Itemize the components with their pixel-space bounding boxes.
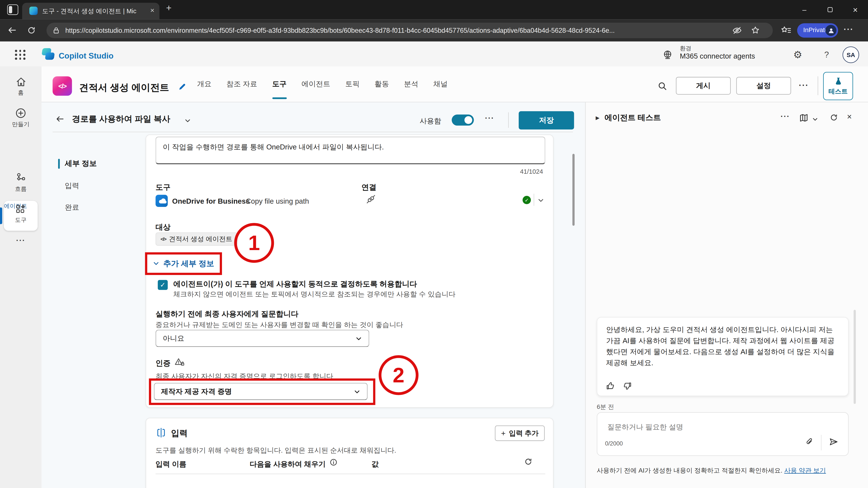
tab-tools[interactable]: 도구	[272, 66, 286, 102]
send-icon[interactable]	[829, 438, 838, 446]
favorite-star-icon[interactable]	[751, 26, 760, 34]
browser-tab[interactable]: 도구 - 견적서 생성 에이전트 | Mic ×	[22, 3, 159, 20]
address-bar[interactable]: https://copilotstudio.microsoft.com/envi…	[46, 23, 773, 38]
browser-settings-menu-icon[interactable]: ···	[844, 24, 854, 34]
help-icon[interactable]: ?	[824, 50, 829, 59]
tab-channels[interactable]: 채널	[433, 66, 447, 102]
sidebar-item-flows[interactable]: 흐름	[0, 173, 41, 193]
search-icon[interactable]	[658, 82, 667, 91]
close-panel-icon[interactable]: ×	[847, 112, 852, 121]
refresh-inputs-icon[interactable]	[524, 458, 532, 466]
attachment-icon[interactable]	[806, 438, 814, 446]
edit-agent-icon[interactable]	[178, 83, 186, 93]
browser-refresh-icon[interactable]	[27, 26, 36, 35]
active-nav-indicator	[58, 159, 60, 169]
tab-close-icon[interactable]: ×	[150, 6, 154, 14]
enabled-toggle[interactable]	[452, 115, 474, 126]
test-panel-title: 에이전트 테스트	[604, 113, 661, 123]
sidebar-item-home[interactable]: 홈	[0, 76, 41, 97]
sidebar-item-tools[interactable]: 도구	[0, 204, 41, 224]
plus-circle-icon	[15, 107, 27, 119]
tab-label: 채널	[433, 79, 447, 89]
tab-activity[interactable]: 활동	[375, 66, 389, 102]
bot-message-text: 안녕하세요, 가상 도우미 견적서 생성 에이전트입니다. 아시다시피 저는 가…	[606, 324, 841, 368]
test-button[interactable]: 테스트	[823, 72, 853, 100]
agent-chip-icon: </>	[161, 236, 166, 242]
agent-tabs: 개요 참조 자료 도구 에이전트 토픽 활동 분석 채널	[197, 66, 448, 102]
tool-editor-main: 경로를 사용하여 파일 복사 사용함 ··· 저장 세부 정보 입력 완료 이 …	[41, 102, 585, 488]
title-chevron-icon[interactable]	[184, 117, 191, 124]
back-icon[interactable]	[55, 115, 64, 123]
dynamic-use-checkbox[interactable]: ✓	[158, 280, 168, 290]
tool-more-icon[interactable]: ···	[485, 113, 494, 122]
dynamic-checkbox-label: 에이전트이(가) 이 도구를 언제 사용할지 동적으로 결정하도록 허용합니다	[173, 279, 417, 289]
tab-analytics[interactable]: 분석	[404, 66, 418, 102]
nav-item-details[interactable]: 세부 정보	[65, 159, 97, 169]
favorites-bar-icon[interactable]	[781, 26, 791, 35]
sidebar-item-label: 홈	[0, 89, 41, 97]
save-button[interactable]: 저장	[519, 111, 574, 129]
map-chevron-icon[interactable]	[812, 116, 818, 122]
tab-topics[interactable]: 토픽	[345, 66, 360, 102]
publish-button[interactable]: 게시	[676, 77, 731, 95]
more-actions-icon[interactable]: ···	[799, 80, 809, 90]
browser-back-icon[interactable]	[7, 25, 17, 35]
tab-knowledge[interactable]: 참조 자료	[226, 66, 257, 102]
description-textarea[interactable]: 이 작업을 수행하면 경로를 통해 OneDrive 내에서 파일이 복사됩니다…	[156, 137, 545, 164]
terms-link[interactable]: 사용 약관 보기	[784, 467, 826, 474]
chat-input[interactable]: 질문하거나 필요한 설명	[607, 422, 683, 432]
copilot-favicon-icon	[29, 7, 37, 15]
nav-item-completion[interactable]: 완료	[65, 202, 79, 213]
settings-button[interactable]: 설정	[736, 77, 791, 95]
sidebar-more-icon[interactable]: ···	[0, 236, 41, 245]
tab-overview[interactable]: 개요	[197, 66, 211, 102]
window-maximize-button[interactable]	[817, 0, 842, 19]
tab-workspaces-icon[interactable]	[7, 4, 18, 15]
auth-label: 인증	[156, 359, 170, 368]
thumbs-down-icon[interactable]	[623, 382, 631, 390]
restart-conversation-icon[interactable]	[830, 113, 838, 122]
environment-name[interactable]: M365 connector agents	[680, 52, 755, 60]
copilot-studio-logo-icon[interactable]	[42, 48, 54, 60]
panel-collapse-icon[interactable]: ▶	[596, 115, 599, 121]
confirmation-hint: 중요하거나 규제받는 도메인 또는 사용자를 변경할 때 확인을 하는 것이 좋…	[156, 320, 403, 330]
window-close-button[interactable]: ×	[843, 0, 868, 19]
target-agent-chip[interactable]: </> 견적서 생성 에이전트	[156, 232, 238, 246]
divider	[534, 194, 534, 206]
agent-icon: </>	[53, 76, 72, 96]
col-input-name: 입력 이름	[156, 459, 186, 469]
ai-disclaimer: 사용하기 전에 AI가 생성한 내용이 정확하고 적절한지 확인하세요. 사용 …	[597, 466, 856, 475]
dynamic-checkbox-hint: 체크하지 않으면 에이전트 또는 토픽에서 명시적으로 참조되는 경우에만 사용…	[173, 290, 455, 299]
nav-item-inputs[interactable]: 입력	[65, 181, 79, 191]
flows-icon	[15, 173, 27, 184]
flask-icon	[834, 76, 842, 86]
thumbs-up-icon[interactable]	[606, 382, 614, 390]
add-input-button[interactable]: + 입력 추가	[495, 426, 545, 441]
confirmation-dropdown[interactable]: 아니요	[156, 330, 369, 347]
message-timestamp: 6분 전	[597, 403, 614, 411]
site-info-lock-icon[interactable]	[53, 27, 60, 34]
main-scrollbar[interactable]	[572, 154, 575, 226]
inputs-description: 도구를 실행하기 위해 수락한 항목입니다. 입력은 표시된 순서대로 채워집니…	[156, 446, 396, 455]
tracking-prevention-eye-icon[interactable]	[733, 27, 742, 34]
onedrive-icon	[156, 195, 168, 207]
chat-scrollbar[interactable]	[854, 310, 856, 404]
tab-label: 토픽	[345, 79, 360, 89]
panel-more-icon[interactable]: ···	[780, 112, 790, 121]
new-tab-button[interactable]: +	[166, 3, 172, 14]
user-avatar[interactable]: SA	[843, 46, 859, 63]
add-input-label: 입력 추가	[509, 429, 538, 438]
product-name[interactable]: Copilot Studio	[59, 52, 114, 60]
activity-map-icon[interactable]	[799, 113, 808, 122]
tab-label: 활동	[375, 79, 389, 89]
window-minimize-button[interactable]: –	[792, 0, 817, 19]
app-launcher-icon[interactable]	[15, 50, 25, 60]
info-icon[interactable]	[330, 459, 337, 466]
connection-chevron-icon[interactable]	[537, 197, 544, 204]
target-label: 대상	[156, 223, 170, 232]
sidebar-item-create[interactable]: 만들기	[0, 107, 41, 128]
col-value: 값	[372, 459, 379, 469]
inprivate-badge[interactable]: InPrivate	[797, 23, 838, 37]
tab-agents[interactable]: 에이전트	[302, 66, 330, 102]
settings-gear-icon[interactable]: ⚙	[793, 48, 802, 61]
